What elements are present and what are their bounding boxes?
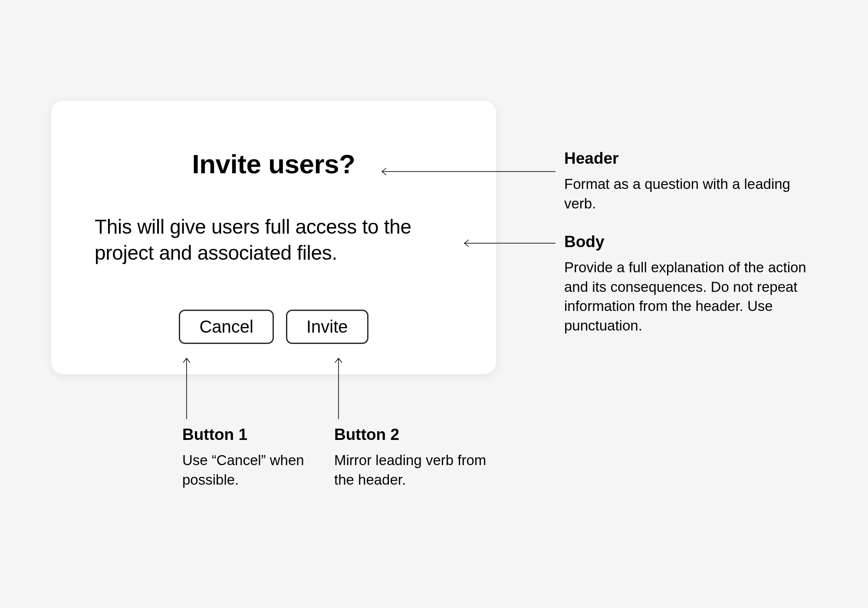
dialog-header: Invite users? [95,149,453,179]
annotation-header-title: Header [564,149,807,168]
annotation-button2-desc: Mirror leading verb from the header. [334,451,499,489]
annotation-body-desc: Provide a full explanation of the action… [564,258,807,335]
annotation-header-desc: Format as a question with a leading verb… [564,175,807,213]
annotation-header: Header Format as a question with a leadi… [564,149,807,213]
dialog-body: This will give users full access to the … [95,214,453,266]
annotation-button2: Button 2 Mirror leading verb from the he… [334,426,499,489]
annotation-button2-title: Button 2 [334,426,499,444]
annotation-button1-title: Button 1 [182,426,334,444]
annotation-body-title: Body [564,233,807,251]
cancel-button[interactable]: Cancel [179,310,274,344]
dialog-card: Invite users? This will give users full … [51,101,496,374]
dialog-button-row: Cancel Invite [95,310,453,344]
annotation-body: Body Provide a full explanation of the a… [564,233,807,335]
annotation-button1: Button 1 Use “Cancel” when possible. [182,426,334,489]
annotation-button1-desc: Use “Cancel” when possible. [182,451,334,489]
invite-button[interactable]: Invite [286,310,368,344]
